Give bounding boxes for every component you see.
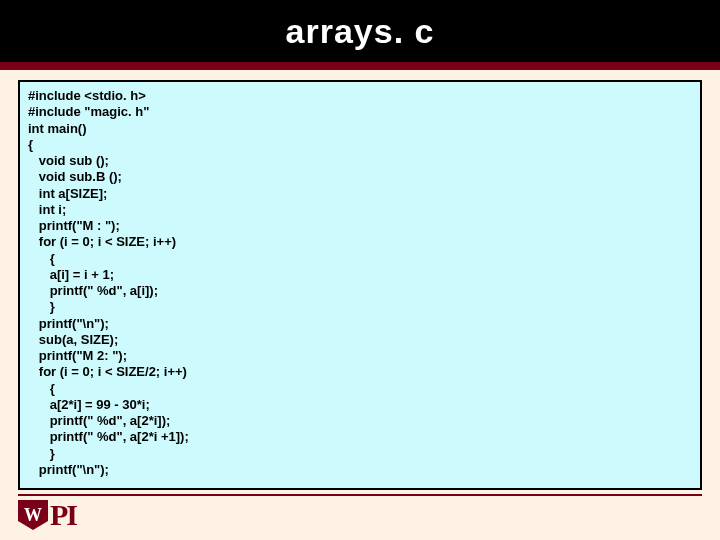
logo-shield-icon: W [18, 500, 48, 530]
slide: arrays. c #include <stdio. h> #include "… [0, 0, 720, 540]
wpi-logo: W PI [18, 498, 76, 532]
title-underline [0, 62, 720, 70]
logo-text: PI [50, 498, 76, 532]
logo-shield-letter: W [18, 500, 48, 530]
footer-rule [18, 494, 702, 496]
code-content: #include <stdio. h> #include "magic. h" … [28, 88, 189, 477]
title-bar: arrays. c [0, 0, 720, 62]
code-block: #include <stdio. h> #include "magic. h" … [18, 80, 702, 490]
slide-title: arrays. c [286, 12, 435, 51]
